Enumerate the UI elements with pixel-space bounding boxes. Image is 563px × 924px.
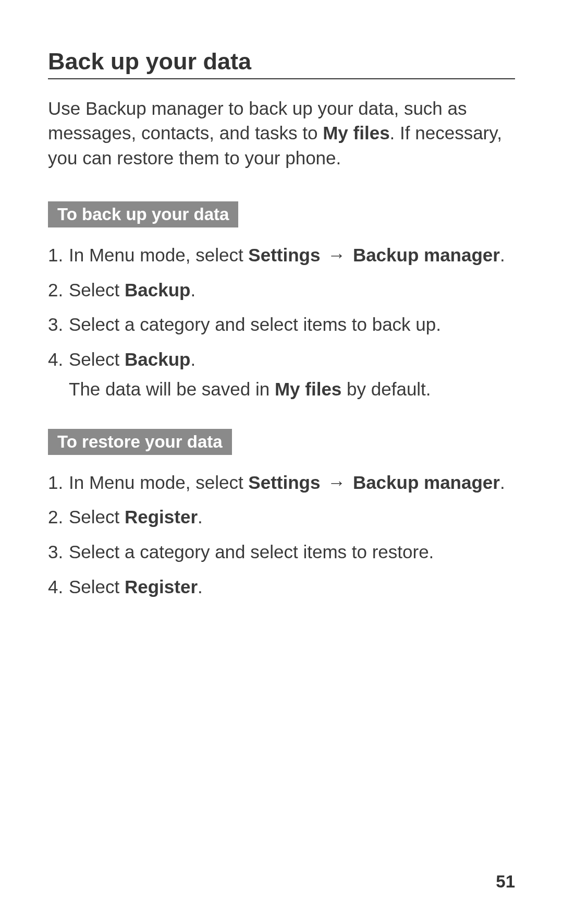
note-text: by default. — [341, 379, 431, 399]
step-text: . — [198, 577, 203, 597]
section-restore: To restore your data 1. In Menu mode, se… — [48, 429, 515, 601]
step-body: Select Backup. — [69, 346, 515, 373]
step-body: In Menu mode, select Settings → Backup m… — [69, 470, 515, 496]
step-number: 2. — [48, 504, 69, 531]
step-bold: Settings — [248, 245, 320, 265]
step-text: . — [500, 472, 505, 493]
step-text: Select — [69, 349, 125, 369]
list-item: 2. Select Backup. — [48, 277, 515, 304]
step-bold: Backup — [125, 280, 190, 300]
page-number: 51 — [496, 872, 515, 892]
step-bold: Settings — [248, 472, 320, 493]
list-item: 1. In Menu mode, select Settings → Backu… — [48, 470, 515, 496]
step-note: The data will be saved in My files by de… — [69, 376, 515, 403]
step-text: . — [198, 507, 203, 527]
step-text: In Menu mode, select — [69, 472, 248, 493]
list-item: 4. Select Backup. — [48, 346, 515, 373]
step-body: Select Register. — [69, 504, 515, 531]
step-number: 3. — [48, 311, 69, 338]
list-item: 3. Select a category and select items to… — [48, 311, 515, 338]
note-text: The data will be saved in — [69, 379, 275, 399]
intro-paragraph: Use Backup manager to back up your data,… — [48, 96, 515, 170]
step-body: Select a category and select items to ba… — [69, 311, 515, 338]
list-item: 1. In Menu mode, select Settings → Backu… — [48, 242, 515, 269]
subheading-backup: To back up your data — [48, 201, 238, 227]
list-item: 4. Select Register. — [48, 574, 515, 601]
page-title: Back up your data — [48, 48, 515, 79]
arrow-icon: → — [320, 245, 352, 265]
step-text: . — [190, 280, 195, 300]
step-text: Select a category and select items to ba… — [69, 314, 441, 334]
arrow-icon: → — [320, 472, 352, 493]
steps-restore: 1. In Menu mode, select Settings → Backu… — [48, 470, 515, 601]
step-bold: Register — [125, 577, 198, 597]
step-number: 4. — [48, 574, 69, 601]
step-number: 3. — [48, 539, 69, 566]
step-text: Select — [69, 280, 125, 300]
step-bold: Backup — [125, 349, 190, 369]
note-bold: My files — [275, 379, 341, 399]
step-text: Select — [69, 507, 125, 527]
section-backup: To back up your data 1. In Menu mode, se… — [48, 201, 515, 403]
subheading-restore: To restore your data — [48, 429, 232, 455]
list-item: 3. Select a category and select items to… — [48, 539, 515, 566]
step-body: Select a category and select items to re… — [69, 539, 515, 566]
step-text: Select a category and select items to re… — [69, 542, 434, 562]
step-text: . — [190, 349, 195, 369]
step-number: 1. — [48, 470, 69, 496]
step-bold: Register — [125, 507, 198, 527]
step-number: 2. — [48, 277, 69, 304]
step-bold: Backup manager — [353, 245, 500, 265]
step-body: In Menu mode, select Settings → Backup m… — [69, 242, 515, 269]
step-text: Select — [69, 577, 125, 597]
step-body: Select Backup. — [69, 277, 515, 304]
step-number: 1. — [48, 242, 69, 269]
step-text: In Menu mode, select — [69, 245, 248, 265]
list-item: 2. Select Register. — [48, 504, 515, 531]
step-number: 4. — [48, 346, 69, 373]
intro-bold: My files — [323, 123, 389, 143]
step-bold: Backup manager — [353, 472, 500, 493]
step-body: Select Register. — [69, 574, 515, 601]
step-text: . — [500, 245, 505, 265]
steps-backup: 1. In Menu mode, select Settings → Backu… — [48, 242, 515, 403]
